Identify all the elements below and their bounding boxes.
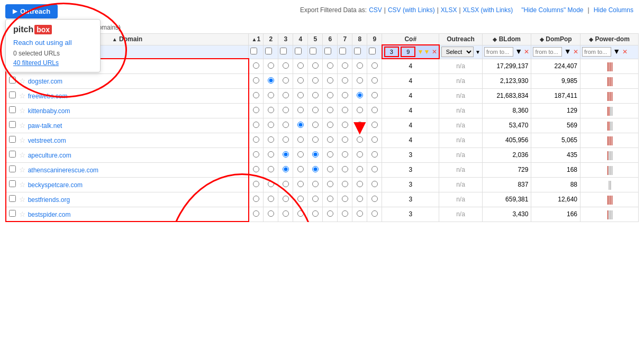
star-icon[interactable]: ☆ — [19, 210, 26, 218]
col7-radio[interactable] — [342, 210, 348, 217]
col6-radio[interactable] — [327, 107, 333, 113]
star-icon[interactable]: ☆ — [19, 121, 26, 130]
col7-radio[interactable] — [342, 196, 348, 202]
star-icon[interactable]: ☆ — [19, 77, 26, 85]
domain-link[interactable]: vetstreet.com — [28, 137, 66, 144]
col1-radio[interactable] — [253, 107, 259, 113]
col6-radio[interactable] — [327, 62, 333, 69]
col3-radio[interactable] — [283, 136, 289, 143]
col4-radio[interactable] — [297, 151, 304, 158]
bldom-clear-icon[interactable]: ✕ — [524, 48, 529, 56]
row-checkbox[interactable] — [9, 165, 16, 172]
star-icon[interactable]: ☆ — [19, 180, 26, 189]
domain-link[interactable]: athenscaninerescue.com — [28, 167, 98, 174]
col7-radio[interactable] — [342, 151, 348, 158]
col4-radio[interactable] — [297, 122, 304, 128]
col6-radio[interactable] — [327, 210, 333, 217]
row-checkbox[interactable] — [9, 91, 16, 98]
col7-radio[interactable] — [342, 62, 348, 69]
col1-radio[interactable] — [253, 77, 259, 84]
col3-radio[interactable] — [283, 151, 289, 158]
row-checkbox[interactable] — [9, 151, 16, 158]
col8-radio[interactable] — [357, 166, 363, 172]
domain-link[interactable]: bestfriends.org — [28, 196, 70, 204]
filter-active-icon[interactable]: ▼▼ — [418, 48, 430, 56]
row-checkbox[interactable] — [9, 210, 16, 217]
col2-radio[interactable] — [268, 62, 274, 69]
row-checkbox[interactable] — [9, 77, 16, 84]
star-icon[interactable]: ☆ — [19, 106, 26, 115]
domain-link[interactable]: bestspider.com — [28, 211, 71, 218]
col4-radio[interactable] — [297, 196, 304, 202]
col2-radio[interactable] — [268, 107, 274, 113]
col3-radio[interactable] — [283, 77, 289, 84]
col7-radio[interactable] — [342, 92, 348, 98]
star-icon[interactable]: ☆ — [19, 151, 26, 159]
col1-radio[interactable] — [253, 196, 259, 202]
co-min-input[interactable] — [384, 47, 399, 57]
export-xlsx-links-link[interactable]: XLSX (with Links) — [463, 6, 513, 14]
col9-radio[interactable] — [371, 210, 378, 217]
col6-radio[interactable] — [327, 77, 333, 84]
col7-checkbox[interactable] — [339, 48, 346, 54]
col1-radio[interactable] — [253, 122, 259, 128]
col9-radio[interactable] — [371, 92, 378, 98]
co-max-input[interactable] — [401, 47, 415, 57]
col5-radio[interactable] — [312, 210, 319, 217]
col3-radio[interactable] — [283, 181, 289, 187]
star-icon[interactable]: ☆ — [19, 91, 26, 100]
powerdom-from-input[interactable] — [582, 47, 611, 57]
col5-radio[interactable] — [312, 107, 319, 113]
domain-link[interactable]: beckyspetcare.com — [28, 181, 83, 189]
reach-out-link[interactable]: Reach out using all — [13, 39, 93, 47]
outreach-select[interactable]: Select — [441, 47, 474, 57]
outreach-button[interactable]: Outreach — [5, 4, 58, 19]
col3-radio[interactable] — [283, 166, 289, 172]
col8-radio[interactable] — [357, 107, 363, 113]
col2-radio[interactable] — [268, 136, 274, 143]
col1-radio[interactable] — [253, 136, 259, 143]
col3-radio[interactable] — [283, 210, 289, 217]
col9-radio[interactable] — [371, 107, 378, 113]
col3-radio[interactable] — [283, 62, 289, 69]
filtered-urls-link[interactable]: 40 filtered URLs — [13, 59, 93, 67]
col1-radio[interactable] — [253, 92, 259, 98]
col8-radio[interactable] — [357, 122, 363, 128]
powerdom-clear-icon[interactable]: ✕ — [622, 48, 628, 56]
col3-checkbox[interactable] — [280, 48, 287, 54]
col2-radio[interactable] — [268, 181, 274, 187]
hide-mode-link[interactable]: "Hide Columns" Mode — [521, 6, 583, 14]
col1-radio[interactable] — [253, 210, 259, 217]
col8-radio[interactable] — [357, 181, 363, 187]
domain-link[interactable]: apeculture.com — [28, 152, 71, 159]
col8-radio[interactable] — [357, 62, 363, 69]
col8-radio[interactable] — [357, 77, 363, 84]
col3-radio[interactable] — [283, 92, 289, 98]
col4-radio[interactable] — [297, 210, 304, 217]
col6-radio[interactable] — [327, 122, 333, 128]
col5-radio[interactable] — [312, 196, 319, 202]
row-checkbox[interactable] — [9, 121, 16, 128]
row-checkbox[interactable] — [9, 195, 16, 202]
col8-radio[interactable] — [357, 136, 363, 143]
col7-radio[interactable] — [342, 166, 348, 172]
col4-radio[interactable] — [297, 136, 304, 143]
export-csv-links-link[interactable]: CSV (with Links) — [388, 6, 435, 14]
col5-radio[interactable] — [312, 122, 319, 128]
col4-radio[interactable] — [297, 92, 304, 98]
col6-radio[interactable] — [327, 166, 333, 172]
star-icon[interactable]: ☆ — [19, 136, 26, 144]
domain-link[interactable]: kittenbaby.com — [28, 107, 70, 115]
col2-radio[interactable] — [268, 166, 274, 172]
col5-radio[interactable] — [312, 151, 319, 158]
col5-checkbox[interactable] — [310, 48, 316, 54]
col5-radio[interactable] — [312, 166, 319, 172]
col2-radio[interactable] — [268, 151, 274, 158]
col8-radio[interactable] — [357, 151, 363, 158]
col5-radio[interactable] — [312, 181, 319, 187]
col6-radio[interactable] — [327, 151, 333, 158]
clear-co-filter-icon[interactable]: ✕ — [432, 48, 437, 56]
col9-radio[interactable] — [371, 166, 378, 172]
col4-radio[interactable] — [297, 107, 304, 113]
col7-radio[interactable] — [342, 107, 348, 113]
